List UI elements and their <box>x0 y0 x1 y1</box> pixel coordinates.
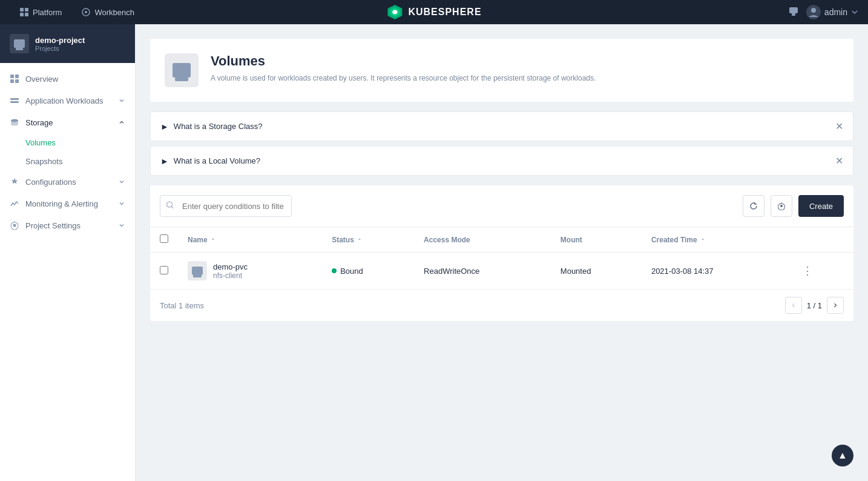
topnav-left: Platform Workbench <box>10 0 144 24</box>
settings-button[interactable] <box>771 195 792 217</box>
platform-label: Platform <box>33 8 62 17</box>
sidebar-item-monitoring[interactable]: Monitoring & Alerting <box>0 193 135 214</box>
info-box-local-volume: ► What is a Local Volume? ✕ <box>150 146 853 176</box>
monitoring-icon <box>10 199 19 208</box>
volume-text: demo-pvc nfs-client <box>213 262 248 280</box>
sidebar-item-configurations[interactable]: Configurations <box>0 171 135 193</box>
workloads-icon <box>10 96 19 105</box>
svg-rect-3 <box>25 13 28 16</box>
chevron-right-icon <box>832 302 839 309</box>
select-all-checkbox[interactable] <box>160 234 168 243</box>
volumes-table: Name Status <box>150 227 853 290</box>
created-time-value: 2021-03-08 14:37 <box>651 267 714 276</box>
workbench-icon <box>81 7 91 17</box>
col-status: Status <box>322 227 414 253</box>
svg-rect-14 <box>15 75 19 78</box>
row-access-mode-cell: ReadWriteOnce <box>414 253 551 290</box>
sidebar-item-snapshots[interactable]: Snapshots <box>25 152 135 171</box>
sidebar-item-label: Overview <box>25 75 58 84</box>
close-storage-class-icon[interactable]: ✕ <box>835 121 843 132</box>
volume-icon <box>188 261 207 280</box>
close-local-volume-icon[interactable]: ✕ <box>835 155 843 167</box>
overview-icon <box>10 74 19 84</box>
row-name-cell: demo-pvc nfs-client <box>178 253 322 290</box>
svg-rect-15 <box>10 79 14 83</box>
svg-point-5 <box>85 11 87 13</box>
help-icon: ▲ <box>838 450 847 461</box>
created-sort[interactable]: Created Time <box>651 236 706 244</box>
user-name: admin <box>824 7 847 17</box>
sidebar-item-overview[interactable]: Overview <box>0 68 135 90</box>
sort-icon <box>700 237 706 243</box>
sidebar-item-volumes[interactable]: Volumes <box>25 133 135 152</box>
col-name: Name <box>178 227 322 253</box>
row-actions-cell: ⋮ <box>790 253 853 290</box>
refresh-button[interactable] <box>743 195 764 217</box>
info-box-storage-class-header[interactable]: ► What is a Storage Class? ✕ <box>151 112 853 141</box>
ks-logo-icon <box>386 4 403 21</box>
page-title: Volumes <box>211 53 596 69</box>
page-info: 1 / 1 <box>807 301 822 310</box>
volume-name[interactable]: demo-pvc <box>213 262 248 271</box>
page-nav: 1 / 1 <box>785 297 844 314</box>
project-icon <box>10 34 29 53</box>
help-button[interactable]: ▲ <box>832 445 853 466</box>
chevron-up-icon <box>118 119 125 126</box>
access-mode-value: ReadWriteOnce <box>424 267 479 276</box>
status-badge: Bound <box>332 267 363 276</box>
row-checkbox[interactable] <box>160 266 168 274</box>
chevron-down-icon <box>118 178 125 185</box>
svg-rect-13 <box>10 75 14 78</box>
brand-logo: KUBESPHERE <box>386 4 481 21</box>
status-dot <box>332 268 337 273</box>
next-page-button[interactable] <box>827 297 844 314</box>
notifications-icon[interactable] <box>788 6 799 19</box>
chevron-right-icon: ► <box>160 122 169 131</box>
user-avatar-icon <box>806 5 821 19</box>
info-box-local-volume-header[interactable]: ► What is a Local Volume? ✕ <box>151 147 853 175</box>
workbench-nav-item[interactable]: Workbench <box>71 0 144 24</box>
project-header[interactable]: demo-project Projects <box>0 24 135 63</box>
storage-icon <box>10 118 19 127</box>
chevron-down-icon <box>118 97 125 104</box>
platform-icon <box>19 7 29 17</box>
page-header-text: Volumes A volume is used for workloads c… <box>211 53 596 84</box>
create-button[interactable]: Create <box>798 195 844 217</box>
user-menu[interactable]: admin <box>806 5 858 19</box>
col-created-time: Created Time <box>642 227 790 253</box>
svg-point-12 <box>811 8 816 13</box>
search-input[interactable] <box>160 195 292 217</box>
svg-rect-9 <box>789 7 798 13</box>
sidebar-item-application-workloads[interactable]: Application Workloads <box>0 90 135 111</box>
project-name: demo-project <box>35 36 85 45</box>
row-checkbox-cell <box>150 253 178 290</box>
storage-subnav: Volumes Snapshots <box>0 133 135 171</box>
layout: demo-project Projects Overview <box>0 24 868 481</box>
topnav: Platform Workbench KUBESPHERE <box>0 0 868 24</box>
platform-nav-item[interactable]: Platform <box>10 0 71 24</box>
volume-storage-class: nfs-client <box>213 271 248 280</box>
sidebar: demo-project Projects Overview <box>0 24 136 481</box>
select-all-header <box>150 227 178 253</box>
chevron-right-icon: ► <box>160 156 169 166</box>
status-sort[interactable]: Status <box>332 236 363 244</box>
info-box-storage-class-title: What is a Storage Class? <box>174 122 263 131</box>
sidebar-item-storage[interactable]: Storage <box>0 111 135 133</box>
brand-name: KUBESPHERE <box>408 7 481 18</box>
sidebar-item-project-settings[interactable]: Project Settings <box>0 214 135 236</box>
settings-icon <box>777 202 786 210</box>
status-text: Bound <box>340 267 363 276</box>
gear-icon <box>10 221 19 230</box>
col-mount: Mount <box>551 227 642 253</box>
workbench-label: Workbench <box>94 8 134 17</box>
sort-icon <box>210 237 216 243</box>
svg-rect-17 <box>10 98 19 100</box>
name-sort[interactable]: Name <box>188 236 216 244</box>
row-action-menu[interactable]: ⋮ <box>800 262 815 279</box>
row-status-cell: Bound <box>322 253 414 290</box>
search-wrap <box>160 195 737 217</box>
sidebar-item-label: Storage <box>25 118 53 127</box>
prev-page-button[interactable] <box>785 297 802 314</box>
svg-rect-16 <box>15 79 19 83</box>
table-header: Name Status <box>150 227 853 253</box>
